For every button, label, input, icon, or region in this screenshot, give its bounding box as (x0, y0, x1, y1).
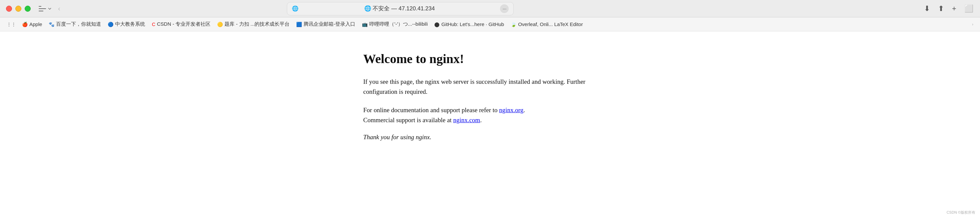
nginx-com-link[interactable]: nginx.com (453, 116, 480, 123)
zhongda-favicon: 🔵 (108, 22, 113, 27)
bookmark-baidu-label: 百度一下，你就知道 (56, 21, 101, 27)
address-more-button[interactable]: ··· (500, 4, 509, 13)
minimize-button[interactable] (15, 6, 21, 12)
apple-favicon: 🍎 (22, 22, 28, 27)
csdn-favicon: C (152, 22, 155, 27)
address-separator: — (391, 5, 399, 12)
overleaf-favicon: 🍃 (511, 22, 516, 27)
insecure-label: 🌐 不安全 (364, 5, 390, 12)
page-footer: CSDN ©版权所有 (947, 210, 975, 215)
windows-button[interactable]: ⬜ (964, 4, 974, 14)
bookmark-apple[interactable]: 🍎 Apple (19, 20, 45, 29)
tencent-favicon: 🟦 (296, 22, 302, 27)
bookmark-csdn[interactable]: C CSDN - 专业开发者社区 (149, 20, 213, 29)
bookmark-baidu[interactable]: 🐾 百度一下，你就知道 (46, 20, 104, 29)
bookmark-tiku-label: 题库 - 力扣 ...的技术成长平台 (224, 21, 290, 27)
bookmark-overleaf-label: Overleaf, Onli... LaTeX Editor (518, 21, 583, 27)
bilibili-favicon: 📺 (362, 22, 368, 27)
title-bar: ‹ 🌐 🌐 不安全 — 47.120.41.234 ··· ⬇ ⬆ + ⬜ (0, 0, 980, 18)
footer-watermark: CSDN ©版权所有 (947, 210, 975, 214)
bookmark-tiku[interactable]: 🟡 题库 - 力扣 ...的技术成长平台 (215, 20, 292, 29)
download-button[interactable]: ⬇ (923, 4, 931, 14)
sidebar-icon (39, 6, 46, 11)
fullscreen-button[interactable] (25, 6, 31, 12)
address-bar[interactable]: 🌐 🌐 不安全 — 47.120.41.234 ··· (287, 2, 514, 15)
close-button[interactable] (6, 6, 12, 12)
globe-icon: 🌐 (292, 5, 299, 12)
bookmark-csdn-label: CSDN - 专业开发者社区 (157, 21, 211, 27)
back-button[interactable]: ‹ (57, 4, 62, 13)
bookmark-tencent[interactable]: 🟦 腾讯企业邮箱-登录入口 (294, 20, 358, 29)
address-bar-container: 🌐 🌐 不安全 — 47.120.41.234 ··· (250, 2, 550, 15)
nginx-para2: For online documentation and support ple… (363, 105, 617, 126)
bookmark-overleaf[interactable]: 🍃 Overleaf, Onli... LaTeX Editor (508, 20, 585, 29)
tiku-favicon: 🟡 (217, 22, 223, 27)
bookmarks-more-chevron[interactable]: › (970, 21, 975, 28)
bookmark-zhongda-label: 中大教务系统 (115, 21, 145, 27)
para2-suffix-1: . (523, 107, 525, 113)
chevron-down-icon (48, 6, 52, 11)
para2-end: . (480, 116, 482, 123)
nginx-container: Welcome to nginx! If you see this page, … (363, 51, 617, 197)
bookmark-github-label: GitHub: Let's...here · GitHub (441, 21, 504, 27)
para2-commercial: Commercial support is available at (363, 116, 453, 123)
more-icon: ··· (503, 6, 507, 11)
bookmark-zhongda[interactable]: 🔵 中大教务系统 (105, 20, 148, 29)
nginx-org-link[interactable]: nginx.org (499, 107, 523, 113)
github-favicon: ⬤ (434, 22, 440, 27)
address-url: 47.120.41.234 (399, 5, 435, 12)
bookmark-apple-label: Apple (29, 21, 42, 27)
bookmarks-bar: ⋮⋮ 🍎 Apple 🐾 百度一下，你就知道 🔵 中大教务系统 C CSDN -… (0, 18, 980, 31)
nginx-para1: If you see this page, the nginx web serv… (363, 77, 617, 97)
sidebar-toggle[interactable] (39, 6, 52, 11)
bookmarks-grid-icon[interactable]: ⋮⋮ (5, 20, 18, 29)
nginx-thanks: Thank you for using nginx. (363, 134, 617, 141)
bookmark-bilibili[interactable]: 📺 哔哩哔哩（'-'）つ...--bilibili (359, 20, 430, 29)
para2-prefix: For online documentation and support ple… (363, 107, 499, 113)
bookmark-tencent-label: 腾讯企业邮箱-登录入口 (304, 21, 355, 27)
new-tab-button[interactable]: + (951, 4, 957, 14)
bookmark-bilibili-label: 哔哩哔哩（'-'）つ...--bilibili (369, 21, 428, 27)
traffic-lights (6, 6, 31, 12)
toolbar-right: ⬇ ⬆ + ⬜ (923, 4, 974, 14)
address-text: 🌐 不安全 — 47.120.41.234 (301, 5, 497, 12)
share-button[interactable]: ⬆ (937, 4, 945, 14)
nav-buttons: ‹ (57, 4, 62, 13)
baidu-favicon: 🐾 (49, 22, 54, 27)
nginx-title: Welcome to nginx! (363, 51, 617, 66)
bookmark-github[interactable]: ⬤ GitHub: Let's...here · GitHub (432, 20, 507, 29)
page-content: Welcome to nginx! If you see this page, … (0, 31, 980, 217)
